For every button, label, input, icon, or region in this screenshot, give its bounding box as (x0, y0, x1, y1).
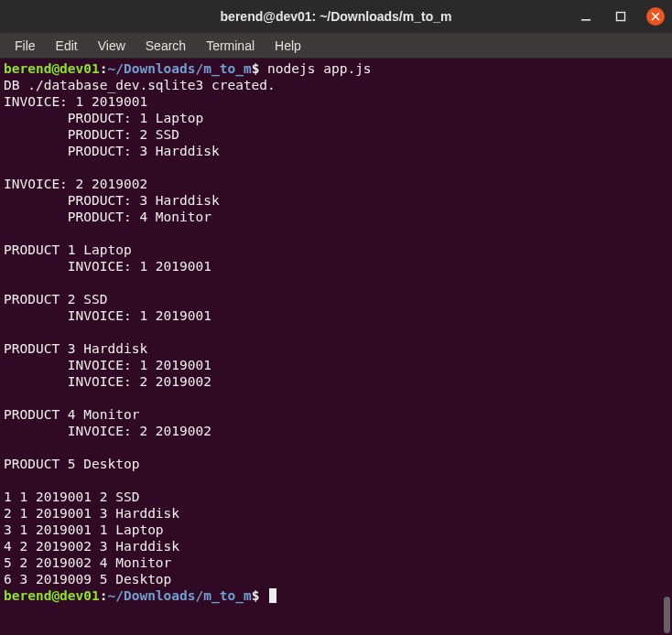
window-controls (577, 7, 665, 26)
terminal-output: DB ./database_dev.sqlite3 created. INVOI… (4, 78, 276, 587)
menu-view[interactable]: View (89, 35, 135, 57)
svg-rect-1 (617, 13, 625, 21)
minimize-button[interactable] (577, 7, 595, 26)
menu-edit[interactable]: Edit (47, 35, 87, 57)
prompt-path: ~/Downloads/m_to_m (108, 61, 252, 76)
minimize-icon (580, 11, 591, 22)
svg-rect-0 (581, 19, 591, 21)
terminal-body[interactable]: berend@dev01:~/Downloads/m_to_m$ nodejs … (0, 59, 672, 635)
prompt-sep-2: : (100, 588, 108, 603)
menubar: File Edit View Search Terminal Help (0, 33, 672, 59)
close-button[interactable] (646, 7, 665, 26)
titlebar: berend@dev01: ~/Downloads/m_to_m (0, 0, 672, 33)
menu-file[interactable]: File (5, 35, 45, 57)
maximize-icon (615, 11, 626, 22)
menu-terminal[interactable]: Terminal (197, 35, 264, 57)
window-title: berend@dev01: ~/Downloads/m_to_m (221, 9, 452, 24)
typed-command: nodejs app.js (259, 61, 371, 76)
menu-search[interactable]: Search (136, 35, 195, 57)
scrollbar-thumb[interactable] (664, 597, 670, 633)
prompt-sigil-2: $ (252, 588, 260, 603)
prompt-userhost-2: berend@dev01 (4, 588, 100, 603)
prompt-userhost: berend@dev01 (4, 61, 100, 76)
cursor (269, 588, 276, 603)
prompt-sep: : (100, 61, 108, 76)
menu-help[interactable]: Help (266, 35, 310, 57)
close-icon (651, 12, 660, 21)
prompt-path-2: ~/Downloads/m_to_m (108, 588, 252, 603)
maximize-button[interactable] (612, 7, 630, 26)
